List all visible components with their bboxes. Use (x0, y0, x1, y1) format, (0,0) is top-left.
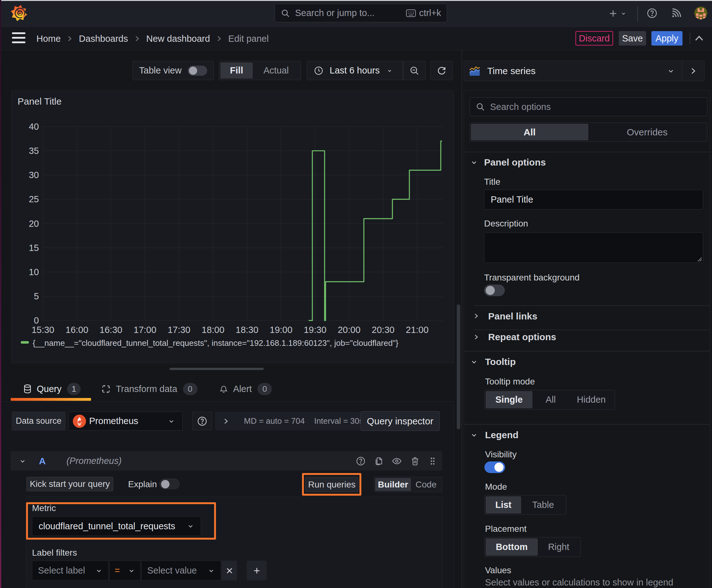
svg-text:19:00: 19:00 (270, 325, 293, 335)
svg-text:17:30: 17:30 (168, 325, 191, 335)
svg-text:10: 10 (29, 267, 39, 277)
svg-text:30: 30 (29, 170, 39, 180)
svg-text:16:00: 16:00 (66, 325, 88, 335)
svg-text:15: 15 (29, 243, 39, 253)
svg-text:17:00: 17:00 (134, 325, 157, 335)
svg-text:35: 35 (29, 146, 39, 156)
svg-text:{__name__="cloudflared_tunnel_: {__name__="cloudflared_tunnel_total_requ… (33, 338, 398, 348)
svg-text:15:30: 15:30 (31, 325, 54, 335)
svg-text:0: 0 (34, 315, 39, 326)
svg-text:16:30: 16:30 (100, 325, 123, 335)
svg-text:20:30: 20:30 (372, 325, 395, 335)
svg-text:18:30: 18:30 (236, 325, 259, 335)
svg-text:5: 5 (34, 291, 39, 301)
svg-text:40: 40 (29, 122, 39, 132)
svg-text:19:30: 19:30 (304, 325, 326, 335)
svg-text:21:00: 21:00 (406, 325, 429, 335)
svg-text:20: 20 (29, 218, 39, 229)
svg-text:18:00: 18:00 (201, 325, 224, 335)
svg-text:25: 25 (29, 194, 39, 204)
svg-text:20:00: 20:00 (338, 325, 361, 335)
